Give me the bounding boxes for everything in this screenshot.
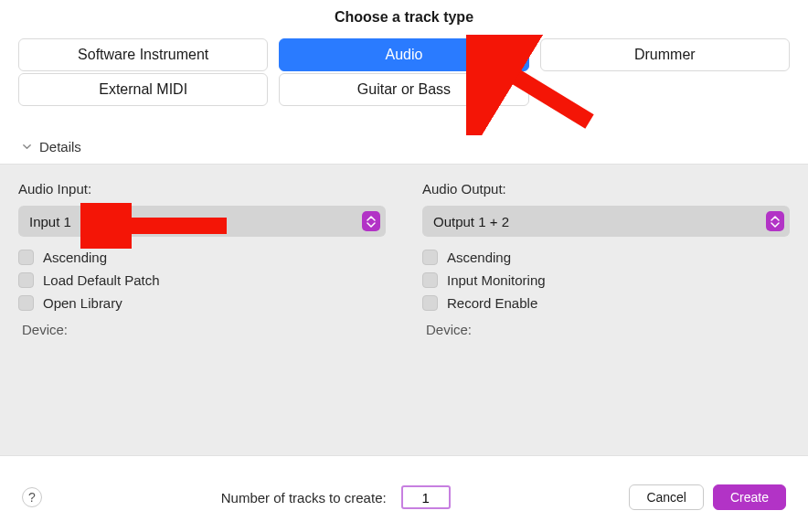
help-icon: ?: [28, 490, 36, 505]
record-enable-label: Record Enable: [447, 295, 537, 311]
details-panel: Audio Input: Input 1 Ascending Load Defa…: [0, 164, 808, 456]
input-monitoring-label: Input Monitoring: [447, 272, 546, 288]
audio-output-label: Audio Output:: [422, 181, 790, 197]
audio-input-column: Audio Input: Input 1 Ascending Load Defa…: [18, 181, 386, 337]
open-library-label: Open Library: [43, 295, 122, 311]
ascending-output-checkbox[interactable]: [422, 250, 438, 265]
audio-output-value: Output 1 + 2: [433, 214, 509, 229]
track-type-software-instrument[interactable]: Software Instrument: [18, 38, 268, 71]
audio-input-select[interactable]: Input 1: [18, 206, 386, 237]
ascending-input-checkbox[interactable]: [18, 250, 34, 265]
load-default-patch-label: Load Default Patch: [43, 272, 160, 288]
track-type-audio[interactable]: Audio: [279, 38, 528, 71]
open-library-checkbox[interactable]: [18, 295, 34, 311]
audio-output-column: Audio Output: Output 1 + 2 Ascending Inp…: [422, 181, 790, 337]
details-toggle[interactable]: Details: [0, 106, 808, 164]
number-of-tracks-input[interactable]: [401, 485, 451, 509]
ascending-input-label: Ascending: [43, 250, 107, 265]
audio-input-value: Input 1: [29, 214, 71, 229]
output-device-label: Device:: [422, 314, 790, 337]
chevron-down-icon: [22, 142, 32, 152]
cancel-button[interactable]: Cancel: [629, 484, 704, 510]
help-button[interactable]: ?: [22, 487, 42, 507]
input-monitoring-checkbox[interactable]: [422, 272, 438, 288]
create-button[interactable]: Create: [713, 484, 786, 510]
updown-icon: [766, 211, 784, 231]
track-type-external-midi[interactable]: External MIDI: [18, 73, 268, 106]
audio-output-select[interactable]: Output 1 + 2: [422, 206, 790, 237]
track-type-grid: Software Instrument Audio Drummer Extern…: [0, 38, 808, 106]
updown-icon: [362, 211, 380, 231]
details-label: Details: [39, 139, 81, 154]
dialog-title: Choose a track type: [0, 0, 808, 38]
track-type-guitar-or-bass[interactable]: Guitar or Bass: [279, 73, 528, 106]
ascending-output-label: Ascending: [447, 250, 511, 265]
load-default-patch-checkbox[interactable]: [18, 272, 34, 288]
track-type-drummer[interactable]: Drummer: [540, 38, 790, 71]
input-device-label: Device:: [18, 314, 386, 337]
number-of-tracks-label: Number of tracks to create:: [221, 490, 387, 505]
audio-input-label: Audio Input:: [18, 181, 386, 197]
record-enable-checkbox[interactable]: [422, 295, 438, 311]
dialog-footer: ? Number of tracks to create: Cancel Cre…: [0, 475, 808, 532]
